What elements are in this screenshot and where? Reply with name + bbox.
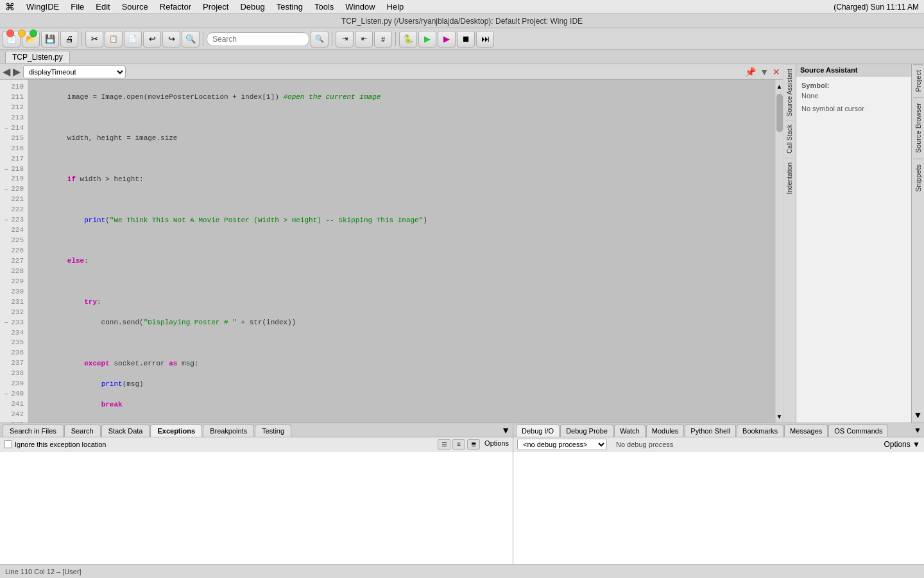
menu-right-info: (Charged) Sun 11:11 AM — [834, 3, 919, 12]
pin-icon[interactable]: 📌 — [745, 67, 756, 77]
line-numbers: 210 211 212 213 –214 215 216 217 –218 21… — [0, 80, 28, 423]
nav-back-button[interactable]: ◀ — [3, 66, 10, 78]
apple-menu[interactable]: ⌘ — [5, 1, 15, 13]
minimize-button[interactable] — [18, 30, 26, 37]
tab-search[interactable]: Search — [64, 425, 101, 437]
titlebar: TCP_Listen.py (/Users/ryanjblajda/Deskto… — [0, 14, 924, 28]
find-button[interactable]: 🔍 — [182, 31, 200, 48]
window-controls — [6, 30, 37, 37]
snippets-tab[interactable]: Snippets — [913, 159, 923, 197]
menu-edit[interactable]: Edit — [90, 1, 115, 13]
run-button[interactable]: ▶ — [418, 31, 436, 48]
right-bottom-tabs: Debug I/O Debug Probe Watch Modules Pyth… — [513, 423, 924, 437]
window-title: TCP_Listen.py (/Users/ryanjblajda/Deskto… — [341, 17, 583, 26]
search-input[interactable] — [207, 32, 309, 46]
tab-debug-probe[interactable]: Debug Probe — [560, 425, 613, 437]
left-panel-collapse-arrow[interactable]: ▼ — [501, 425, 510, 435]
maximize-button[interactable] — [30, 30, 37, 37]
sa-panel-content: Symbol: None No symbol at cursor — [796, 76, 911, 423]
ignore-exception-checkbox[interactable] — [4, 440, 12, 448]
menu-refactor[interactable]: Refactor — [155, 1, 196, 13]
python-button[interactable]: 🐍 — [399, 31, 417, 48]
debug-button[interactable]: ▶ — [438, 31, 456, 48]
project-tab[interactable]: Project — [913, 64, 923, 97]
tab-search-in-files[interactable]: Search in Files — [3, 425, 64, 437]
process-select[interactable]: <no debug process> — [517, 439, 607, 450]
tab-modules[interactable]: Modules — [646, 425, 685, 437]
tab-python-shell[interactable]: Python Shell — [685, 425, 736, 437]
statusbar: Line 110 Col 12 – [User] — [0, 564, 924, 578]
redo-button[interactable]: ↪ — [162, 31, 180, 48]
copy-button[interactable]: 📋 — [105, 31, 123, 48]
right-bottom-content — [513, 451, 924, 564]
stop-button[interactable]: ⏹ — [457, 31, 475, 48]
debug-status: No debug process — [616, 441, 673, 448]
print-button[interactable]: 🖨 — [60, 31, 78, 48]
save-button[interactable]: 💾 — [41, 31, 59, 48]
menu-project[interactable]: Project — [198, 1, 234, 13]
source-assistant-panel: Source Assistant Symbol: None No symbol … — [796, 64, 911, 423]
nav-forward-button[interactable]: ▶ — [13, 66, 21, 78]
file-tab-tcp[interactable]: TCP_Listen.py — [5, 51, 70, 63]
code-editor[interactable]: image = Image.open(moviePosterLocation +… — [28, 80, 775, 423]
paste-button[interactable]: 📄 — [124, 31, 142, 48]
left-bottom-content — [0, 451, 513, 564]
right-bottom-panel: Debug I/O Debug Probe Watch Modules Pyth… — [513, 423, 924, 564]
tab-os-commands[interactable]: OS Commands — [828, 425, 888, 437]
filter-btn-2[interactable]: ≡ — [452, 439, 465, 450]
menu-testing[interactable]: Testing — [271, 1, 308, 13]
symbol-description: No symbol at cursor — [801, 105, 906, 112]
tab-exceptions[interactable]: Exceptions — [150, 425, 202, 437]
menu-debug[interactable]: Debug — [235, 1, 270, 13]
source-assistant-tab[interactable]: Source Assistant — [785, 64, 794, 120]
comment-button[interactable]: # — [374, 31, 392, 48]
menu-window[interactable]: Window — [340, 1, 380, 13]
menu-source[interactable]: Source — [117, 1, 153, 13]
symbol-value: None — [801, 92, 906, 100]
menu-tools[interactable]: Tools — [309, 1, 339, 13]
menu-help[interactable]: Help — [382, 1, 409, 13]
indent-button[interactable]: ⇥ — [336, 31, 354, 48]
tab-testing[interactable]: Testing — [255, 425, 291, 437]
status-text: Line 110 Col 12 – [User] — [5, 568, 81, 575]
tab-bookmarks[interactable]: Bookmarks — [737, 425, 783, 437]
panel-collapse-button[interactable]: ▼ — [911, 407, 924, 423]
scrollbar-thumb[interactable] — [776, 94, 783, 132]
close-editor-icon[interactable]: ✕ — [773, 67, 780, 77]
filter-btn-1[interactable]: ☰ — [438, 439, 450, 450]
left-bottom-panel: Search in Files Search Stack Data Except… — [0, 423, 513, 564]
search-go-button[interactable]: 🔍 — [311, 31, 329, 48]
function-select[interactable]: displayTimeout — [23, 66, 126, 78]
close-button[interactable] — [6, 30, 14, 37]
indentation-tab[interactable]: Indentation — [785, 158, 794, 198]
cut-button[interactable]: ✂ — [85, 31, 103, 48]
tab-messages[interactable]: Messages — [784, 425, 828, 437]
tab-watch[interactable]: Watch — [614, 425, 646, 437]
symbol-label: Symbol: — [801, 82, 906, 89]
left-options-button[interactable]: Options — [484, 439, 509, 450]
call-stack-tab[interactable]: Call Stack — [785, 120, 794, 157]
source-browser-tab[interactable]: Source Browser — [913, 97, 923, 158]
ignore-exception-label: Ignore this exception location — [15, 441, 106, 448]
ignore-exception-checkbox-label[interactable]: Ignore this exception location — [4, 440, 106, 448]
toolbar: 📄 📂 💾 🖨 ✂ 📋 📄 ↩ ↪ 🔍 🔍 ⇥ ⇤ # 🐍 ▶ ▶ ⏹ ⏭ — [0, 28, 924, 50]
bottom-area: Search in Files Search Stack Data Except… — [0, 423, 924, 564]
right-options-button[interactable]: Options ▼ — [884, 440, 920, 449]
vertical-scrollbar[interactable]: ▲ ▼ — [775, 80, 783, 423]
right-bottom-toolbar: <no debug process> No debug process Opti… — [513, 437, 924, 451]
menu-file[interactable]: File — [65, 1, 89, 13]
down-arrow-icon[interactable]: ▼ — [760, 67, 769, 77]
filter-btn-3[interactable]: ≣ — [467, 439, 480, 450]
sa-panel-header: Source Assistant — [796, 64, 911, 76]
left-bottom-tabs: Search in Files Search Stack Data Except… — [0, 423, 513, 437]
menu-wingide[interactable]: WingIDE — [21, 1, 64, 13]
tab-breakpoints[interactable]: Breakpoints — [203, 425, 254, 437]
left-bottom-toolbar: Ignore this exception location ☰ ≡ ≣ Opt… — [0, 437, 513, 451]
undo-button[interactable]: ↩ — [143, 31, 161, 48]
step-button[interactable]: ⏭ — [476, 31, 494, 48]
right-panel-collapse-arrow[interactable]: ▼ — [914, 426, 921, 435]
tab-stack-data[interactable]: Stack Data — [101, 425, 150, 437]
menubar: ⌘ WingIDE File Edit Source Refactor Proj… — [0, 0, 924, 14]
tab-debug-io[interactable]: Debug I/O — [516, 425, 560, 437]
outdent-button[interactable]: ⇤ — [355, 31, 373, 48]
